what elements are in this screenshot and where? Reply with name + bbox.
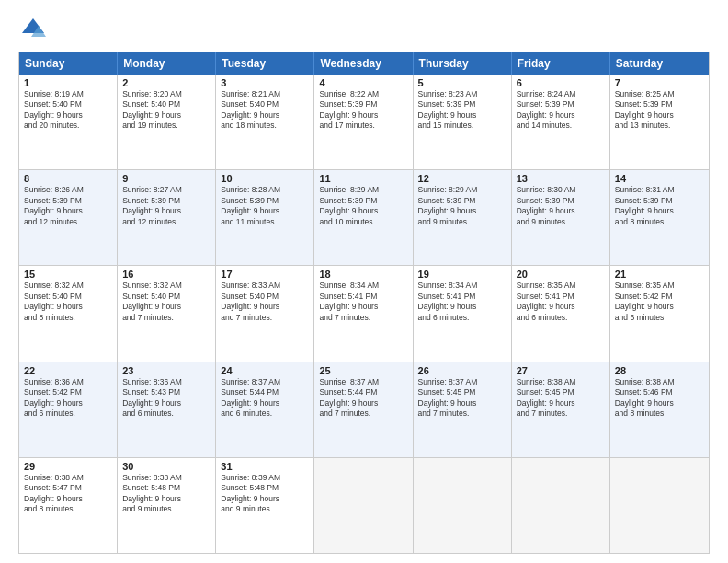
sunrise-text: Sunrise: 8:33 AM (221, 281, 280, 290)
cal-cell: 8Sunrise: 8:26 AMSunset: 5:39 PMDaylight… (19, 170, 118, 265)
sunrise-text: Sunrise: 8:32 AM (122, 281, 182, 290)
cal-cell: 23Sunrise: 8:36 AMSunset: 5:43 PMDayligh… (118, 362, 216, 457)
daylight-duration: and 9 minutes. (221, 504, 272, 513)
sunrise-text: Sunrise: 8:37 AM (418, 377, 478, 386)
day-number: 2 (122, 77, 210, 88)
daylight-label: Daylight: 9 hours (418, 398, 477, 408)
day-number: 5 (418, 77, 506, 88)
day-info: Sunrise: 8:35 AMSunset: 5:42 PMDaylight:… (615, 281, 704, 323)
day-info: Sunrise: 8:31 AMSunset: 5:39 PMDaylight:… (615, 185, 704, 227)
daylight-label: Daylight: 9 hours (418, 206, 477, 215)
cal-cell: 4Sunrise: 8:22 AMSunset: 5:39 PMDaylight… (314, 75, 413, 169)
day-number: 19 (418, 269, 506, 280)
day-number: 18 (319, 269, 407, 280)
daylight-duration: and 6 minutes. (517, 313, 568, 322)
sunset-text: Sunset: 5:41 PM (418, 292, 476, 301)
sunset-text: Sunset: 5:41 PM (517, 292, 574, 301)
daylight-duration: and 10 minutes. (319, 217, 374, 226)
cal-cell (512, 458, 610, 553)
daylight-duration: and 6 minutes. (221, 408, 272, 418)
sunset-text: Sunset: 5:39 PM (517, 196, 574, 205)
daylight-label: Daylight: 9 hours (24, 302, 83, 311)
cal-cell: 25Sunrise: 8:37 AMSunset: 5:44 PMDayligh… (314, 362, 413, 457)
sunset-text: Sunset: 5:39 PM (24, 196, 82, 205)
sunset-text: Sunset: 5:48 PM (122, 483, 180, 492)
cal-cell: 18Sunrise: 8:34 AMSunset: 5:41 PMDayligh… (314, 266, 413, 361)
day-info: Sunrise: 8:39 AMSunset: 5:48 PMDaylight:… (221, 473, 309, 515)
sunrise-text: Sunrise: 8:29 AM (418, 185, 478, 194)
daylight-label: Daylight: 9 hours (517, 206, 575, 215)
sunset-text: Sunset: 5:39 PM (319, 196, 377, 205)
day-number: 17 (221, 269, 309, 280)
daylight-label: Daylight: 9 hours (615, 398, 674, 408)
sunrise-text: Sunrise: 8:37 AM (319, 377, 379, 386)
cal-cell: 9Sunrise: 8:27 AMSunset: 5:39 PMDaylight… (118, 170, 216, 265)
cal-cell: 29Sunrise: 8:38 AMSunset: 5:47 PMDayligh… (19, 458, 118, 553)
cal-week-1: 1Sunrise: 8:19 AMSunset: 5:40 PMDaylight… (19, 75, 709, 169)
day-number: 28 (615, 365, 704, 376)
cal-cell: 15Sunrise: 8:32 AMSunset: 5:40 PMDayligh… (19, 266, 118, 361)
daylight-label: Daylight: 9 hours (221, 494, 279, 503)
cal-cell: 28Sunrise: 8:38 AMSunset: 5:46 PMDayligh… (610, 362, 709, 457)
cal-cell: 11Sunrise: 8:29 AMSunset: 5:39 PMDayligh… (314, 170, 413, 265)
daylight-label: Daylight: 9 hours (319, 110, 378, 120)
cal-week-2: 8Sunrise: 8:26 AMSunset: 5:39 PMDaylight… (19, 169, 709, 265)
cal-cell: 5Sunrise: 8:23 AMSunset: 5:39 PMDaylight… (414, 75, 512, 169)
daylight-label: Daylight: 9 hours (517, 110, 575, 120)
sunrise-text: Sunrise: 8:34 AM (418, 281, 478, 290)
sunset-text: Sunset: 5:44 PM (319, 387, 377, 396)
day-info: Sunrise: 8:24 AMSunset: 5:39 PMDaylight:… (517, 89, 605, 132)
daylight-label: Daylight: 9 hours (418, 302, 477, 311)
sunrise-text: Sunrise: 8:23 AM (418, 89, 478, 98)
cal-header-thursday: Thursday (414, 52, 512, 75)
day-number: 31 (221, 461, 309, 472)
header (18, 15, 710, 44)
sunset-text: Sunset: 5:40 PM (122, 292, 180, 301)
sunrise-text: Sunrise: 8:20 AM (122, 89, 182, 98)
sunrise-text: Sunrise: 8:24 AM (517, 89, 576, 98)
day-number: 13 (517, 173, 605, 184)
page: SundayMondayTuesdayWednesdayThursdayFrid… (0, 0, 728, 563)
day-info: Sunrise: 8:38 AMSunset: 5:47 PMDaylight:… (24, 473, 112, 515)
daylight-duration: and 8 minutes. (24, 313, 75, 322)
daylight-label: Daylight: 9 hours (24, 110, 83, 120)
sunset-text: Sunset: 5:39 PM (122, 196, 180, 205)
day-info: Sunrise: 8:36 AMSunset: 5:42 PMDaylight:… (24, 377, 112, 419)
day-info: Sunrise: 8:25 AMSunset: 5:39 PMDaylight:… (615, 89, 704, 132)
day-info: Sunrise: 8:35 AMSunset: 5:41 PMDaylight:… (517, 281, 605, 323)
cal-cell: 24Sunrise: 8:37 AMSunset: 5:44 PMDayligh… (216, 362, 314, 457)
sunrise-text: Sunrise: 8:22 AM (319, 89, 379, 98)
sunrise-text: Sunrise: 8:26 AM (24, 185, 84, 194)
sunrise-text: Sunrise: 8:28 AM (221, 185, 280, 194)
day-number: 15 (24, 269, 112, 280)
day-info: Sunrise: 8:38 AMSunset: 5:46 PMDaylight:… (615, 377, 704, 419)
daylight-label: Daylight: 9 hours (517, 302, 575, 311)
day-info: Sunrise: 8:22 AMSunset: 5:39 PMDaylight:… (319, 89, 407, 132)
day-number: 4 (319, 77, 407, 88)
cal-header-wednesday: Wednesday (314, 52, 413, 75)
day-number: 7 (615, 77, 704, 88)
cal-cell: 10Sunrise: 8:28 AMSunset: 5:39 PMDayligh… (216, 170, 314, 265)
sunset-text: Sunset: 5:44 PM (221, 387, 279, 396)
cal-cell: 20Sunrise: 8:35 AMSunset: 5:41 PMDayligh… (512, 266, 610, 361)
sunrise-text: Sunrise: 8:27 AM (122, 185, 182, 194)
sunrise-text: Sunrise: 8:35 AM (615, 281, 675, 290)
daylight-duration: and 7 minutes. (221, 313, 272, 322)
sunset-text: Sunset: 5:40 PM (122, 99, 180, 109)
daylight-label: Daylight: 9 hours (122, 110, 181, 120)
sunrise-text: Sunrise: 8:36 AM (24, 377, 84, 386)
day-number: 21 (615, 269, 704, 280)
day-info: Sunrise: 8:33 AMSunset: 5:40 PMDaylight:… (221, 281, 309, 323)
daylight-label: Daylight: 9 hours (615, 206, 674, 215)
daylight-duration: and 12 minutes. (122, 217, 177, 226)
day-info: Sunrise: 8:26 AMSunset: 5:39 PMDaylight:… (24, 185, 112, 227)
day-info: Sunrise: 8:29 AMSunset: 5:39 PMDaylight:… (418, 185, 506, 227)
day-info: Sunrise: 8:21 AMSunset: 5:40 PMDaylight:… (221, 89, 309, 132)
day-info: Sunrise: 8:32 AMSunset: 5:40 PMDaylight:… (122, 281, 210, 323)
daylight-duration: and 15 minutes. (418, 121, 473, 130)
daylight-label: Daylight: 9 hours (122, 302, 181, 311)
day-number: 27 (517, 365, 605, 376)
daylight-duration: and 9 minutes. (418, 217, 470, 226)
daylight-label: Daylight: 9 hours (24, 494, 83, 503)
day-info: Sunrise: 8:30 AMSunset: 5:39 PMDaylight:… (517, 185, 605, 227)
